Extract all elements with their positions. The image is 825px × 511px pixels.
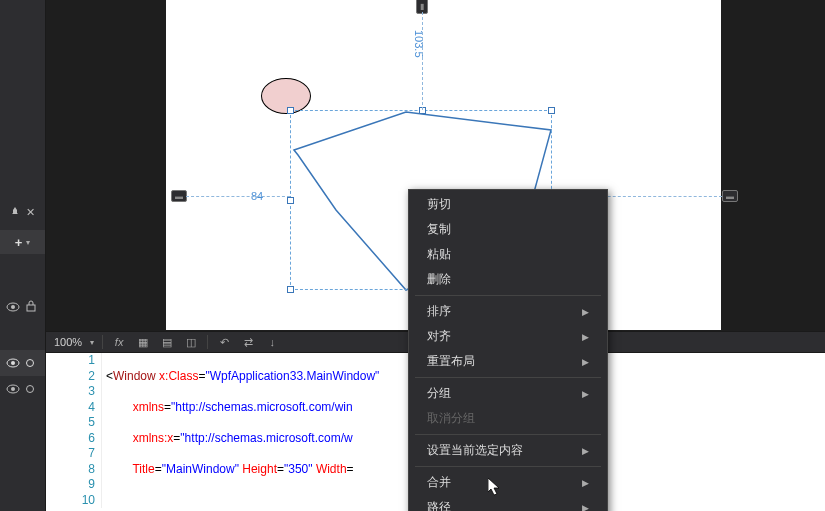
eye-icon[interactable] [6,380,20,398]
chevron-down-icon[interactable]: ▾ [90,338,94,347]
arrow-down-icon[interactable]: ↓ [264,334,280,350]
pin-icon[interactable] [10,203,20,221]
menu-order[interactable]: 排序▶ [409,299,607,324]
grid-icon[interactable]: ▦ [135,334,151,350]
arrow-left-icon[interactable]: ↶ [216,334,232,350]
add-icon[interactable]: + [15,235,23,250]
fx-icon[interactable]: fx [111,334,127,350]
close-icon[interactable]: ✕ [26,206,35,219]
menu-path[interactable]: 路径▶ [409,495,607,511]
line-gutter: 12345678910 [46,353,102,508]
chevron-right-icon: ▶ [582,307,589,317]
lock-handle[interactable]: ▬ [722,190,738,202]
circle-icon[interactable] [26,385,34,393]
eye-icon[interactable] [6,354,20,372]
grid-snap-icon[interactable]: ▤ [159,334,175,350]
context-menu: 剪切 复制 粘贴 删除 排序▶ 对齐▶ 重置布局▶ 分组▶ 取消分组 设置当前选… [408,189,608,511]
chevron-right-icon: ▶ [582,503,589,512]
svg-point-1 [11,305,15,309]
chevron-right-icon: ▶ [582,357,589,367]
svg-point-4 [11,361,15,365]
menu-copy[interactable]: 复制 [409,217,607,242]
ellipse-shape[interactable] [261,78,311,114]
resize-handle[interactable] [548,107,555,114]
eye-icon[interactable] [6,298,20,316]
dimension-vertical: 103.5 [413,30,425,58]
chevron-right-icon: ▶ [582,332,589,342]
arrow-swap-icon[interactable]: ⇄ [240,334,256,350]
snap-icon[interactable]: ◫ [183,334,199,350]
resize-handle[interactable] [287,286,294,293]
chevron-right-icon: ▶ [582,478,589,488]
zoom-level[interactable]: 100% [54,336,82,348]
dropdown-icon[interactable]: ▾ [26,238,30,247]
menu-paste[interactable]: 粘贴 [409,242,607,267]
side-toolbar: ✕ + ▾ [0,0,46,511]
menu-merge[interactable]: 合并▶ [409,470,607,495]
svg-rect-2 [27,305,35,311]
resize-handle[interactable] [287,107,294,114]
menu-ungroup: 取消分组 [409,406,607,431]
guide-line [186,196,290,197]
menu-delete[interactable]: 删除 [409,267,607,292]
chevron-right-icon: ▶ [582,446,589,456]
circle-icon[interactable] [26,359,34,367]
lock-handle[interactable]: ▬ [171,190,187,202]
menu-align[interactable]: 对齐▶ [409,324,607,349]
menu-reset-layout[interactable]: 重置布局▶ [409,349,607,374]
lock-icon[interactable] [26,298,36,316]
guide-line [422,12,423,110]
menu-set-selection[interactable]: 设置当前选定内容▶ [409,438,607,463]
resize-handle[interactable] [287,197,294,204]
menu-cut[interactable]: 剪切 [409,192,607,217]
svg-point-6 [11,387,15,391]
chevron-right-icon: ▶ [582,389,589,399]
menu-group[interactable]: 分组▶ [409,381,607,406]
